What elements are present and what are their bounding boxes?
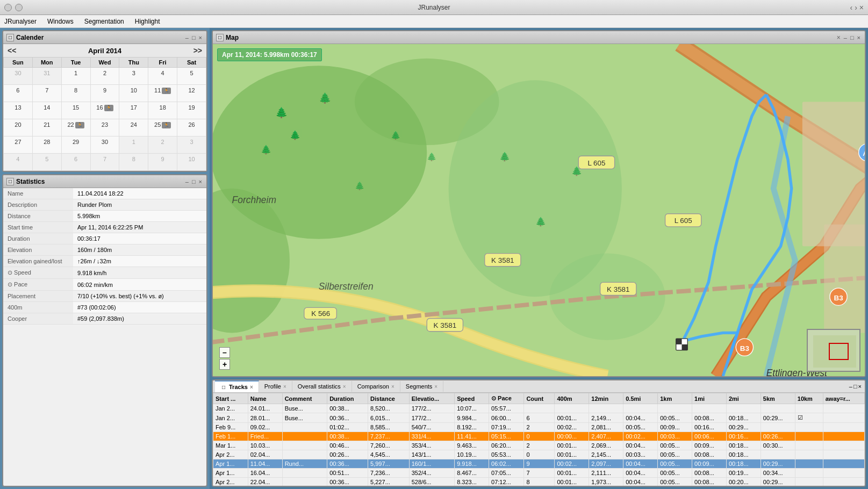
menu-windows[interactable]: Windows	[45, 17, 76, 26]
table-cell: 00:03...	[658, 432, 692, 441]
column-header[interactable]: Comment	[282, 393, 327, 404]
stats-row: ⊙ Pace06:02 min/km	[3, 279, 206, 291]
tab-overall-stats[interactable]: Overall statistics ×	[292, 381, 352, 392]
tab-ctrl-restore[interactable]: □	[853, 383, 857, 390]
menu-highlight[interactable]: Highlight	[133, 17, 162, 26]
table-cell: 00:36...	[327, 459, 368, 469]
map-controls[interactable]: – □ ×	[843, 34, 862, 41]
statistics-panel: □ Statistics – □ × Name11.04.2014 18:22D…	[2, 174, 207, 487]
calendar-day[interactable]: 22🏃	[61, 119, 90, 136]
chevron-right-icon[interactable]: ›	[855, 3, 857, 12]
table-cell	[795, 469, 823, 478]
calendar-close[interactable]: ×	[198, 34, 203, 41]
column-header[interactable]: 10km	[795, 393, 823, 404]
svg-text:B3: B3	[834, 294, 843, 302]
calendar-day[interactable]: 25🏃	[148, 119, 177, 136]
day-sun: Sun	[4, 57, 33, 68]
maximize-btn[interactable]	[15, 4, 23, 11]
column-header[interactable]: Name	[248, 393, 282, 404]
prev-month-btn[interactable]: <<	[8, 46, 16, 55]
tab-profile-close[interactable]: ×	[283, 384, 286, 390]
close-icon[interactable]: ×	[859, 3, 864, 12]
tab-controls[interactable]: – □ ×	[848, 382, 863, 391]
map-zoom-controls[interactable]: – +	[219, 347, 230, 370]
zoom-plus-btn[interactable]: +	[219, 359, 230, 370]
table-row[interactable]: Feb 9...09.02...01:02...8,585...540/7...…	[213, 423, 865, 432]
next-month-btn[interactable]: >>	[193, 46, 202, 55]
calendar-day: 28	[32, 136, 61, 154]
column-header[interactable]: Distance	[368, 393, 410, 404]
stats-close[interactable]: ×	[198, 178, 203, 185]
table-row[interactable]: Apr 2...22.04...00:36...5,227...528/6...…	[213, 478, 865, 486]
tab-tracks[interactable]: □ Tracks ×	[215, 380, 259, 392]
window-right-controls[interactable]: ‹ › ×	[850, 3, 864, 12]
map-close[interactable]: ×	[837, 34, 841, 41]
column-header[interactable]: Duration	[327, 393, 368, 404]
menu-jrunalyser[interactable]: JRunalyser	[2, 17, 39, 26]
map-restore[interactable]: □	[849, 34, 855, 41]
map-info-box: Apr 11, 2014: 5.998km 00:36:17	[217, 48, 322, 61]
column-header[interactable]: 12min	[589, 393, 623, 404]
stats-value: #73 (00:02:06)	[73, 302, 206, 313]
calendar-day[interactable]: 16🏃	[90, 102, 119, 119]
column-header[interactable]: Count	[524, 393, 555, 404]
stats-restore[interactable]: □	[191, 178, 197, 185]
table-cell: 9.984...	[455, 413, 489, 423]
column-header[interactable]: Start ...	[213, 393, 248, 404]
table-row[interactable]: Feb 1...Fried...00:38...7,237...331/4...…	[213, 432, 865, 441]
stats-minimize[interactable]: –	[184, 178, 190, 185]
calendar-day: 31	[32, 68, 61, 85]
column-header[interactable]: away=r...	[823, 393, 864, 404]
tracks-table-container[interactable]: Start ...NameCommentDurationDistanceElev…	[213, 393, 865, 486]
calendar-day[interactable]: 11🏃	[148, 85, 177, 102]
calendar-restore[interactable]: □	[191, 34, 197, 41]
tab-ctrl-minimize[interactable]: –	[849, 383, 852, 390]
column-header[interactable]: 2mi	[726, 393, 761, 404]
tab-comparison-close[interactable]: ×	[391, 384, 394, 390]
day-tue: Tue	[61, 57, 90, 68]
tab-overall-close[interactable]: ×	[343, 384, 346, 390]
tab-tracks-close[interactable]: ×	[250, 384, 253, 390]
day-thu: Thu	[119, 57, 148, 68]
chevron-left-icon[interactable]: ‹	[850, 3, 852, 12]
table-cell: 00:04...	[623, 478, 658, 486]
svg-text:Forchheim: Forchheim	[232, 195, 276, 205]
column-header[interactable]: Elevatio...	[409, 393, 454, 404]
zoom-minus-btn[interactable]: –	[219, 347, 230, 358]
table-row[interactable]: Apr 2...02.04...00:26...4,545...143/1...…	[213, 450, 865, 459]
map-minimize[interactable]: –	[843, 34, 848, 41]
table-cell: 05:15...	[489, 432, 524, 441]
table-cell: 7	[524, 469, 555, 478]
tab-comparison[interactable]: Comparison ×	[352, 381, 400, 392]
minimize-btn[interactable]	[4, 4, 12, 11]
column-header[interactable]: Speed	[455, 393, 489, 404]
column-header[interactable]: ⊙ Pace	[489, 393, 524, 404]
stats-label: Elevation gained/lost	[3, 256, 73, 267]
table-cell	[658, 404, 692, 413]
table-cell	[555, 404, 589, 413]
table-row[interactable]: Jan 2...28.01...Buse...00:36...6,015...1…	[213, 413, 865, 423]
table-cell	[282, 432, 327, 441]
table-row[interactable]: Apr 1...16.04...00:51...7,236...352/4...…	[213, 469, 865, 478]
tab-ctrl-close[interactable]: ×	[858, 383, 862, 390]
table-cell: 2,069...	[589, 441, 623, 450]
column-header[interactable]: 400m	[555, 393, 589, 404]
column-header[interactable]: 1mi	[692, 393, 727, 404]
table-cell: 00:08...	[692, 469, 727, 478]
window-controls[interactable]	[4, 4, 23, 11]
column-header[interactable]: 5km	[761, 393, 795, 404]
menu-segmentation[interactable]: Segmentation	[82, 17, 126, 26]
table-row[interactable]: Mar 1...10.03...00:46...7,260...353/4...…	[213, 441, 865, 450]
map-content[interactable]: L 605 L 605 K 3581 K 3581 K 3581	[213, 44, 865, 376]
tab-segments-close[interactable]: ×	[434, 384, 437, 390]
column-header[interactable]: 1km	[658, 393, 692, 404]
table-row[interactable]: Jan 2...24.01...Buse...00:38...8,520...1…	[213, 404, 865, 413]
column-header[interactable]: 0.5mi	[623, 393, 658, 404]
tab-profile[interactable]: Profile ×	[259, 381, 292, 392]
calendar-minimize[interactable]: –	[184, 34, 190, 41]
table-row[interactable]: Apr 1...11.04...Rund...00:36...5,997...1…	[213, 459, 865, 469]
map-close-btn[interactable]: ×	[856, 34, 862, 41]
stats-controls[interactable]: – □ ×	[184, 178, 203, 185]
tab-segments[interactable]: Segments ×	[400, 381, 443, 392]
calendar-controls[interactable]: – □ ×	[184, 34, 203, 41]
